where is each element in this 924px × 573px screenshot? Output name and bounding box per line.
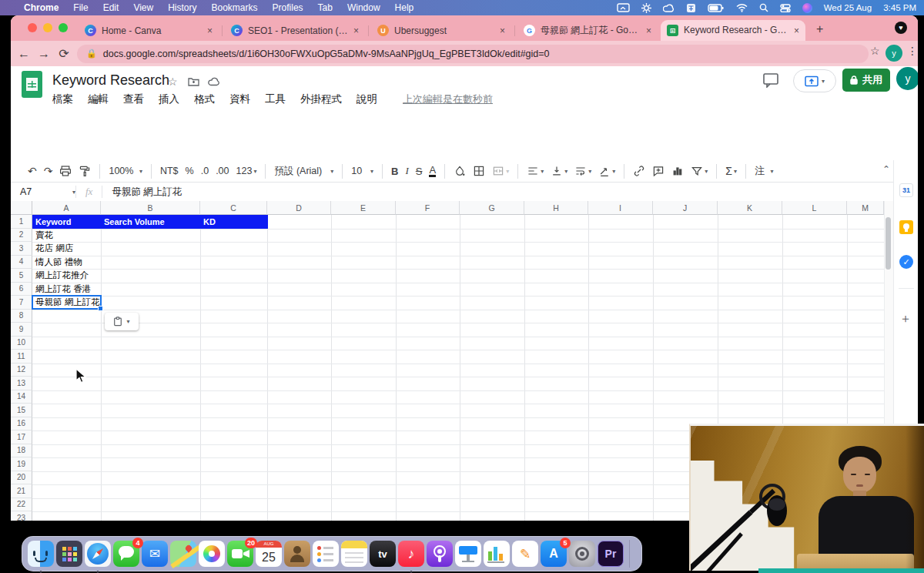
settings-gear-icon[interactable] [641, 2, 651, 13]
forward-button[interactable]: → [34, 47, 54, 61]
close-tab-icon[interactable]: × [500, 25, 505, 36]
format-currency-button[interactable]: NT$ [160, 166, 179, 176]
row-header-18[interactable]: 18 [11, 444, 32, 458]
tab-canva-presentation[interactable]: C SEO1 - Presentation (16:9) × [225, 20, 365, 41]
dock-keynote-icon[interactable] [455, 541, 481, 567]
close-window-button[interactable] [28, 23, 37, 32]
move-folder-icon[interactable] [188, 76, 199, 89]
column-header-A[interactable]: A [32, 201, 101, 215]
menubar-date[interactable]: Wed 25 Aug [824, 3, 872, 12]
column-header-B[interactable]: B [101, 201, 200, 215]
cell-C1[interactable]: KD [203, 215, 216, 229]
row-header-8[interactable]: 8 [11, 310, 32, 323]
row-header-5[interactable]: 5 [11, 269, 32, 283]
dock-facetime-icon[interactable]: 20 [227, 541, 253, 567]
more-formats-button[interactable]: 123▾ [236, 166, 257, 176]
comment-history-icon[interactable] [762, 72, 779, 91]
text-rotation-icon[interactable]: ▾ [598, 165, 615, 177]
bookmark-star-icon[interactable]: ☆ [870, 45, 880, 57]
url-text[interactable]: docs.google.com/spreadsheets/d/1i6OH30oF… [103, 49, 550, 59]
functions-button[interactable]: Σ▾ [725, 165, 737, 177]
siri-icon[interactable] [802, 2, 812, 13]
text-color-button[interactable]: A [429, 166, 436, 177]
media-heart-icon[interactable]: ♥ [895, 22, 907, 34]
fill-color-icon[interactable] [454, 165, 466, 177]
dock-mail-icon[interactable]: ✉ [142, 541, 168, 567]
menu-sheets-view[interactable]: 查看 [123, 92, 144, 106]
share-button[interactable]: 共用 [842, 69, 890, 92]
menu-file[interactable]: File [73, 2, 88, 13]
tab-canva-home[interactable]: C Home - Canva × [79, 20, 219, 41]
keep-panel-icon[interactable] [899, 220, 913, 234]
wifi-icon[interactable] [736, 2, 748, 13]
reload-button[interactable]: ⟳ [54, 46, 74, 61]
row-header-15[interactable]: 15 [11, 404, 32, 417]
input-tools-button[interactable]: 注 ▾ [755, 164, 774, 178]
tab-google-search[interactable]: G 母親節 網上訂花 - Google 搜尋 × [517, 20, 658, 41]
present-dropdown-caret[interactable]: ▾ [822, 78, 825, 85]
paste-options-button[interactable]: ▾ [105, 313, 139, 330]
increase-decimals-button[interactable]: .00 [216, 166, 229, 176]
menu-sheets-addons[interactable]: 外掛程式 [300, 92, 342, 106]
dock-appletv-icon[interactable]: tv [370, 541, 396, 567]
menu-history[interactable]: History [168, 2, 196, 13]
dock-messages-icon[interactable]: 4 [113, 541, 139, 567]
dock-podcasts-icon[interactable] [427, 541, 453, 567]
column-header-J[interactable]: J [653, 201, 718, 215]
row-header-22[interactable]: 22 [11, 498, 32, 512]
present-button[interactable]: ▾ [793, 69, 836, 92]
close-tab-icon[interactable]: × [353, 25, 359, 36]
tab-ubersuggest[interactable]: U Ubersuggest × [371, 20, 511, 41]
decrease-decimals-button[interactable]: .0 [201, 166, 209, 176]
font-select[interactable]: 預設 (Arial) ▾ [274, 165, 333, 178]
name-box[interactable]: A7 ▾ [11, 186, 75, 197]
select-all-corner[interactable] [11, 201, 32, 215]
undo-icon[interactable]: ↶ [28, 165, 37, 177]
close-tab-icon[interactable]: × [207, 25, 213, 36]
control-center-icon[interactable] [780, 2, 791, 13]
sheets-logo[interactable] [22, 71, 42, 98]
formula-input[interactable]: 母親節 網上訂花 [112, 186, 182, 199]
row-header-6[interactable]: 6 [11, 283, 32, 297]
row-header-7[interactable]: 7 [11, 296, 32, 310]
menu-sheets-help[interactable]: 說明 [357, 92, 377, 106]
close-tab-icon[interactable]: × [794, 25, 799, 36]
menu-bookmarks[interactable]: Bookmarks [212, 2, 258, 13]
menu-help[interactable]: Help [395, 2, 414, 13]
menu-window[interactable]: Window [347, 2, 380, 13]
row-header-23[interactable]: 23 [11, 511, 32, 521]
column-header-L[interactable]: L [782, 201, 847, 215]
dock-premiere-icon[interactable]: Pr [598, 541, 624, 567]
menu-view[interactable]: View [133, 2, 153, 13]
row-header-14[interactable]: 14 [11, 390, 32, 404]
italic-button[interactable]: I [405, 165, 408, 177]
menu-edit[interactable]: Edit [103, 2, 119, 13]
dock-notes-icon[interactable] [341, 541, 367, 567]
paste-options-caret[interactable]: ▾ [126, 318, 129, 325]
profile-avatar[interactable]: y [886, 45, 902, 62]
menu-sheets-insert[interactable]: 插入 [159, 92, 179, 106]
zoom-select[interactable]: 100% ▾ [109, 166, 142, 176]
format-percent-button[interactable]: % [186, 166, 194, 176]
fill-handle[interactable] [98, 306, 103, 311]
last-edit-link[interactable]: 上次編輯是在數秒前 [403, 92, 493, 106]
add-panel-icon[interactable]: ＋ [899, 311, 912, 327]
input-source-icon[interactable] [686, 2, 696, 13]
dock-pages-icon[interactable]: ✎ [512, 541, 538, 567]
account-avatar[interactable]: y [896, 67, 918, 90]
cell-A2[interactable]: 賣花 [32, 229, 53, 243]
menu-sheets-file[interactable]: 檔案 [52, 92, 73, 106]
tasks-panel-icon[interactable]: ✓ [899, 255, 913, 269]
column-header-C[interactable]: C [200, 201, 267, 215]
back-button[interactable]: ← [14, 47, 34, 61]
column-header-I[interactable]: I [588, 201, 653, 215]
creative-cloud-icon[interactable] [663, 2, 675, 13]
cell-A4[interactable]: 情人節 禮物 [32, 256, 82, 270]
row-header-16[interactable]: 16 [11, 417, 32, 431]
dock-appstore-icon[interactable]: A 5 [541, 541, 567, 567]
close-tab-icon[interactable]: × [646, 25, 651, 36]
vertical-align-icon[interactable]: ▾ [551, 165, 567, 177]
dock-music-icon[interactable]: ♪ [398, 541, 424, 567]
dock-calendar-icon[interactable]: AUG 25 [256, 541, 282, 567]
battery-icon[interactable] [708, 2, 725, 13]
